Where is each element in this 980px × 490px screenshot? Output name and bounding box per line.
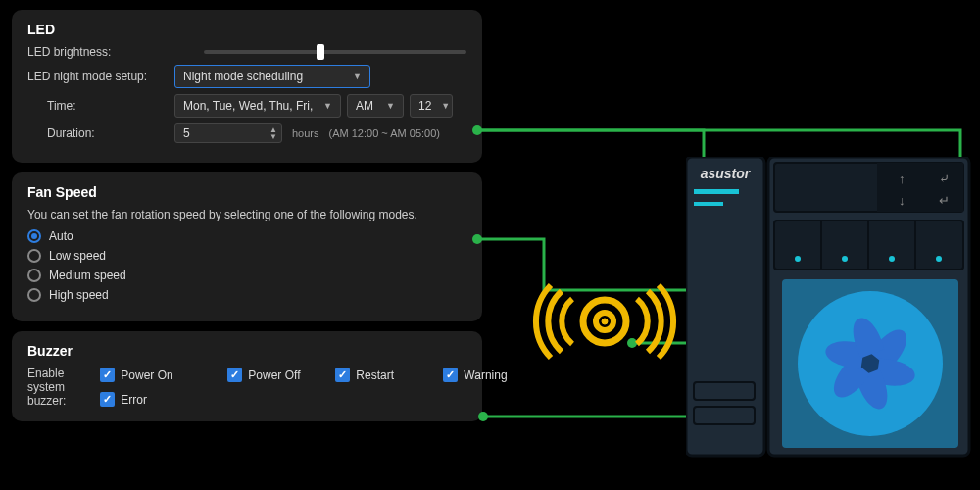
buzzer-title: Buzzer bbox=[27, 343, 466, 359]
night-mode-label: LED night mode setup: bbox=[27, 70, 174, 83]
led-bar-icon bbox=[694, 189, 739, 194]
buzzer-panel: Buzzer Enable system buzzer: Power OnPow… bbox=[12, 331, 482, 421]
svg-rect-11 bbox=[694, 202, 723, 206]
fan-title: Fan Speed bbox=[27, 184, 466, 200]
buzzer-speaker-icon bbox=[529, 277, 681, 366]
brand-logo: asustor bbox=[701, 166, 752, 181]
slider-thumb[interactable] bbox=[317, 44, 324, 60]
chevron-down-icon: ▼ bbox=[323, 101, 332, 111]
chevron-down-icon: ▼ bbox=[386, 101, 395, 111]
fan-option-low-speed[interactable]: Low speed bbox=[27, 249, 466, 263]
svg-text:⤶: ⤶ bbox=[939, 172, 950, 186]
svg-point-25 bbox=[795, 256, 801, 262]
svg-rect-10 bbox=[686, 157, 764, 456]
hour-select[interactable]: 12 ▼ bbox=[410, 94, 453, 118]
radio-icon bbox=[27, 288, 41, 302]
buzzer-option-power-on[interactable]: Power On bbox=[100, 367, 227, 383]
duration-hint: (AM 12:00 ~ AM 05:00) bbox=[329, 127, 440, 139]
led-title: LED bbox=[27, 22, 466, 37]
buzzer-option-restart[interactable]: Restart bbox=[335, 367, 443, 383]
buzzer-enable-label: Enable system buzzer: bbox=[27, 367, 66, 408]
duration-label: Duration: bbox=[27, 126, 174, 140]
svg-text:↓: ↓ bbox=[899, 193, 906, 208]
svg-point-28 bbox=[936, 256, 942, 262]
days-select[interactable]: Mon, Tue, Wed, Thu, Fri, Sat, Sun ▼ bbox=[174, 94, 341, 118]
buzzer-option-error[interactable]: Error bbox=[100, 391, 227, 408]
svg-rect-16 bbox=[877, 163, 963, 212]
checkbox-icon bbox=[443, 368, 458, 382]
svg-point-27 bbox=[889, 256, 895, 262]
radio-icon bbox=[27, 269, 41, 282]
night-mode-select[interactable]: Night mode scheduling ▼ bbox=[174, 65, 370, 88]
buzzer-option-power-off[interactable]: Power Off bbox=[227, 367, 335, 383]
checkbox-icon bbox=[227, 368, 242, 382]
radio-icon bbox=[27, 229, 41, 243]
checkbox-icon bbox=[100, 392, 115, 407]
nas-device-illustration: asustor ↑ ⤶ ↓ ↵ bbox=[686, 157, 980, 461]
fan-option-high-speed[interactable]: High speed bbox=[27, 288, 466, 302]
led-brightness-label: LED brightness: bbox=[27, 45, 174, 59]
duration-unit: hours bbox=[292, 127, 319, 139]
fan-option-auto[interactable]: Auto bbox=[27, 229, 466, 243]
time-label: Time: bbox=[27, 99, 174, 113]
fan-desc: You can set the fan rotation speed by se… bbox=[27, 208, 466, 221]
fan-option-medium-speed[interactable]: Medium speed bbox=[27, 269, 466, 282]
led-brightness-slider[interactable] bbox=[204, 50, 466, 54]
duration-stepper[interactable]: 5 ▲ ▼ bbox=[174, 123, 282, 143]
step-down-icon[interactable]: ▼ bbox=[270, 133, 277, 140]
svg-text:↵: ↵ bbox=[939, 193, 950, 208]
ampm-select[interactable]: AM ▼ bbox=[347, 94, 404, 118]
buzzer-option-warning[interactable]: Warning bbox=[443, 367, 531, 383]
chevron-down-icon: ▼ bbox=[353, 72, 362, 81]
chevron-down-icon: ▼ bbox=[441, 101, 450, 111]
svg-point-9 bbox=[602, 318, 608, 324]
led-panel: LED LED brightness: LED night mode setup… bbox=[12, 10, 482, 163]
checkbox-icon bbox=[100, 368, 115, 382]
svg-text:↑: ↑ bbox=[899, 172, 906, 186]
radio-icon bbox=[27, 249, 41, 263]
svg-point-26 bbox=[842, 256, 848, 262]
fan-panel: Fan Speed You can set the fan rotation s… bbox=[12, 172, 482, 321]
checkbox-icon bbox=[335, 368, 350, 382]
